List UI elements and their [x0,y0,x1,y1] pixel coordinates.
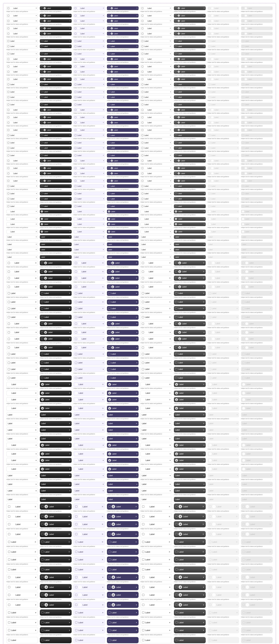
checkbox-icon[interactable] [175,353,177,355]
checkbox-icon[interactable] [74,15,76,16]
chip[interactable]: Label✕ [107,269,138,274]
chip[interactable]: Label▾ [40,192,72,196]
chevron-down-icon[interactable]: ▾ [204,84,205,85]
chevron-down-icon[interactable]: ▾ [70,91,71,93]
close-icon[interactable]: ✕ [69,422,70,424]
chip[interactable]: Label✕ [174,276,206,281]
checkbox-icon[interactable] [176,523,178,525]
chevron-down-icon[interactable]: ▾ [70,78,71,80]
chip[interactable]: Label✕ [6,217,38,221]
chevron-down-icon[interactable]: ▾ [36,347,36,348]
chip[interactable]: Label✕ [140,260,172,266]
checkbox-icon[interactable] [42,629,44,631]
checkbox-icon[interactable] [175,46,177,47]
checkbox-icon[interactable] [41,185,42,187]
chevron-down-icon[interactable]: ▾ [170,475,171,476]
close-icon[interactable]: ✕ [136,231,138,232]
chip[interactable]: Label▾ [40,367,72,372]
checkbox-icon[interactable] [41,7,42,9]
checkbox-icon[interactable] [176,594,178,596]
checkbox-icon[interactable] [175,172,177,174]
checkbox-icon[interactable] [41,109,42,111]
checkbox-icon[interactable] [41,277,43,279]
chip[interactable]: Label▾ [6,443,38,448]
close-icon[interactable]: ✕ [36,46,37,47]
chevron-down-icon[interactable]: ▾ [169,629,170,631]
chip[interactable]: Label▾ [107,95,138,99]
chip[interactable]: Label✕ [74,556,105,563]
checkbox-icon[interactable] [8,262,10,264]
chip[interactable]: Label✕ [107,406,138,411]
chip[interactable]: Label▾ [174,452,206,456]
chevron-down-icon[interactable]: ▾ [170,468,171,470]
chip[interactable]: Label✕ [74,14,105,18]
checkbox-icon[interactable] [108,338,110,340]
chip[interactable]: Label▾ [140,482,172,487]
chevron-down-icon[interactable]: ▾ [137,71,138,72]
chip[interactable]: Label▾ [40,57,72,61]
close-icon[interactable]: ✕ [69,414,70,416]
close-icon[interactable]: ✕ [35,308,36,310]
checkbox-icon[interactable] [75,516,77,518]
chip[interactable]: Label✕ [140,521,172,527]
chip[interactable]: Label✕ [107,284,138,289]
checkbox-icon[interactable] [108,78,110,80]
chip[interactable]: Label▾ [107,172,138,175]
checkbox-icon[interactable] [175,160,177,162]
chip[interactable]: Label✕ [140,134,172,137]
checkbox-icon[interactable] [8,586,10,588]
close-icon[interactable]: ✕ [68,558,70,561]
chip[interactable]: Label▾ [174,584,206,590]
chevron-down-icon[interactable]: ▾ [102,612,104,614]
chevron-down-icon[interactable]: ▾ [136,353,137,355]
close-icon[interactable]: ✕ [36,8,37,9]
chevron-down-icon[interactable]: ▾ [136,594,137,596]
close-icon[interactable]: ✕ [103,236,104,238]
chip[interactable]: Label✕ [74,513,105,520]
chevron-down-icon[interactable]: ▾ [36,172,37,174]
checkbox-icon[interactable] [108,28,110,29]
chevron-down-icon[interactable]: ▾ [70,323,70,325]
chip[interactable]: Label▾ [140,159,172,162]
checkbox-icon[interactable] [142,292,144,294]
chip[interactable]: Label▾ [140,179,172,183]
chevron-down-icon[interactable]: ▾ [170,66,171,67]
chevron-down-icon[interactable]: ▾ [136,368,137,370]
chip[interactable]: Label [74,637,105,643]
chip[interactable]: Label✕ [6,428,38,432]
close-icon[interactable]: ✕ [203,301,204,303]
chevron-down-icon[interactable]: ▾ [204,193,205,194]
chevron-down-icon[interactable]: ▾ [170,362,171,364]
close-icon[interactable]: ✕ [36,116,37,118]
close-icon[interactable]: ✕ [70,33,71,34]
chip[interactable]: Label▾ [107,473,138,478]
close-icon[interactable]: ✕ [36,134,37,136]
checkbox-icon[interactable] [142,277,144,279]
chip[interactable]: Label▾ [107,367,138,372]
checkbox-icon[interactable] [41,116,42,118]
chip[interactable]: Label✕ [40,391,72,396]
checkbox-icon[interactable] [176,551,178,553]
checkbox-icon[interactable] [41,129,42,131]
checkbox-icon[interactable] [142,568,144,570]
chip[interactable]: Label✕ [107,128,138,132]
chevron-down-icon[interactable]: ▾ [35,576,36,578]
chevron-down-icon[interactable]: ▾ [170,185,171,187]
checkbox-icon[interactable] [41,91,42,93]
close-icon[interactable]: ✕ [70,15,71,16]
chevron-down-icon[interactable]: ▾ [103,84,104,85]
checkbox-icon[interactable] [175,91,177,93]
checkbox-icon[interactable] [41,192,42,194]
close-icon[interactable]: ✕ [202,506,204,508]
checkbox-icon[interactable] [142,84,144,86]
checkbox-icon[interactable] [142,109,144,111]
chip[interactable]: Label▾ [40,473,72,478]
chip[interactable]: Label▾ [74,336,105,341]
chevron-down-icon[interactable]: ▾ [36,362,36,364]
chip[interactable]: Label▾ [140,473,172,478]
close-icon[interactable]: ✕ [204,142,205,144]
chip[interactable]: Label▾ [40,159,72,162]
chip[interactable]: Label▾ [174,592,206,598]
checkbox-icon[interactable] [108,353,110,355]
close-icon[interactable]: ✕ [169,551,170,553]
